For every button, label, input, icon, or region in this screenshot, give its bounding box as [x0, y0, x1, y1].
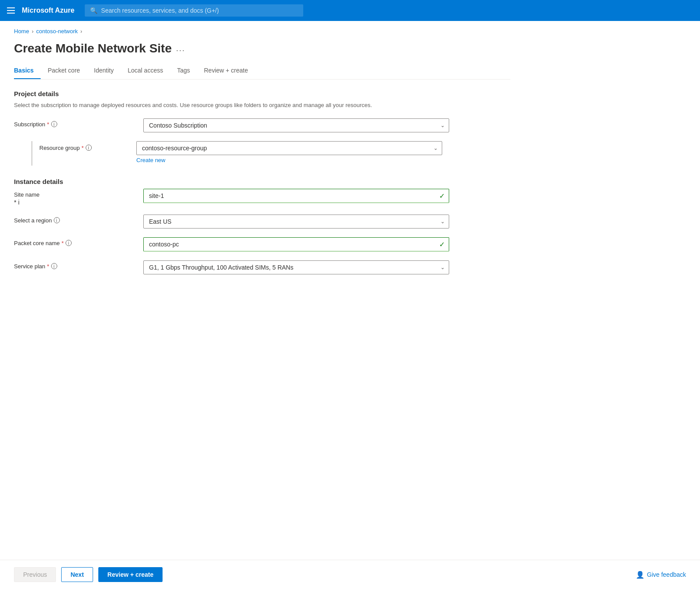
breadcrumb-network[interactable]: contoso-network	[36, 28, 78, 35]
main-content: Home › contoso-network › Create Mobile N…	[0, 21, 524, 329]
site-name-check-icon: ✓	[439, 192, 445, 200]
site-name-input-wrapper: ✓	[143, 189, 449, 203]
region-label-col: Select a region i	[14, 215, 136, 224]
tab-identity[interactable]: Identity	[87, 62, 121, 79]
search-bar[interactable]: 🔍	[85, 4, 303, 17]
instance-details-section: Instance details Site name * i ✓	[14, 178, 510, 274]
tab-tags[interactable]: Tags	[170, 62, 197, 79]
tabs-bar: Basics Packet core Identity Local access…	[14, 62, 510, 80]
breadcrumb-separator-2: ›	[80, 28, 82, 35]
service-plan-control-col: G1, 1 Gbps Throughput, 100 Activated SIM…	[143, 260, 449, 274]
site-name-input[interactable]	[143, 189, 449, 203]
subscription-select[interactable]: Contoso Subscription	[143, 118, 449, 132]
packet-core-name-label: Packet core name * i	[14, 240, 136, 246]
site-name-label: Site name	[14, 191, 136, 198]
service-plan-label: Service plan * i	[14, 263, 136, 270]
resource-group-select[interactable]: contoso-resource-group	[136, 141, 442, 155]
region-dropdown-wrapper: East US ⌄	[143, 215, 449, 229]
packet-core-name-control-col: ✓	[143, 237, 449, 252]
resource-group-info-icon[interactable]: i	[86, 145, 92, 151]
service-plan-row: Service plan * i G1, 1 Gbps Throughput, …	[14, 260, 510, 274]
resource-group-required: *	[82, 145, 84, 151]
site-name-row: Site name * i ✓	[14, 189, 510, 206]
service-plan-label-col: Service plan * i	[14, 260, 136, 270]
project-details-desc: Select the subscription to manage deploy…	[14, 101, 510, 110]
packet-core-name-input-wrapper: ✓	[143, 237, 449, 252]
subscription-row: Subscription * i Contoso Subscription ⌄	[14, 118, 510, 132]
tab-review-create[interactable]: Review + create	[197, 62, 255, 79]
region-info-icon[interactable]: i	[54, 217, 60, 223]
project-details-section: Project details Select the subscription …	[14, 90, 510, 166]
service-plan-info-icon[interactable]: i	[51, 263, 57, 269]
packet-core-info-icon[interactable]: i	[66, 240, 72, 246]
tab-basics[interactable]: Basics	[14, 62, 41, 79]
menu-icon[interactable]	[7, 7, 15, 14]
search-input[interactable]	[101, 7, 298, 14]
tab-local-access[interactable]: Local access	[121, 62, 170, 79]
subscription-label: Subscription * i	[14, 121, 136, 128]
region-control-col: East US ⌄	[143, 215, 449, 229]
subscription-dropdown-wrapper: Contoso Subscription ⌄	[143, 118, 449, 132]
search-icon: 🔍	[90, 7, 97, 14]
breadcrumb: Home › contoso-network ›	[14, 28, 510, 35]
site-name-info-icon[interactable]: i	[18, 199, 19, 206]
resource-group-label-area: Resource group * i	[14, 141, 136, 166]
page-title-ellipsis[interactable]: ...	[176, 44, 185, 53]
topbar: Microsoft Azure 🔍	[0, 0, 700, 21]
service-plan-dropdown-wrapper: G1, 1 Gbps Throughput, 100 Activated SIM…	[143, 260, 449, 274]
packet-core-name-label-col: Packet core name * i	[14, 237, 136, 246]
resource-group-control-col: contoso-resource-group ⌄ Create new	[136, 141, 442, 163]
site-name-required-row: * i	[14, 199, 136, 206]
subscription-required: *	[47, 121, 49, 128]
packet-core-name-row: Packet core name * i ✓	[14, 237, 510, 252]
resource-group-label: Resource group * i	[32, 141, 92, 151]
packet-core-check-icon: ✓	[439, 240, 445, 249]
service-plan-required: *	[47, 263, 49, 270]
region-row: Select a region i East US ⌄	[14, 215, 510, 229]
subscription-label-col: Subscription * i	[14, 118, 136, 128]
create-new-link[interactable]: Create new	[136, 157, 165, 163]
brand-name: Microsoft Azure	[22, 7, 74, 14]
packet-core-name-input[interactable]	[143, 237, 449, 252]
site-name-required: *	[14, 199, 16, 206]
breadcrumb-home[interactable]: Home	[14, 28, 29, 35]
tab-packet-core[interactable]: Packet core	[41, 62, 87, 79]
service-plan-select[interactable]: G1, 1 Gbps Throughput, 100 Activated SIM…	[143, 260, 449, 274]
subscription-control-col: Contoso Subscription ⌄	[143, 118, 449, 132]
page-title: Create Mobile Network Site	[14, 42, 172, 55]
site-name-label-col: Site name * i	[14, 189, 136, 206]
resource-group-row: Resource group * i contoso-resource-grou…	[14, 141, 510, 166]
page-title-row: Create Mobile Network Site ...	[14, 42, 510, 55]
region-select[interactable]: East US	[143, 215, 449, 229]
site-name-control-col: ✓	[143, 189, 449, 203]
packet-core-required: *	[62, 240, 64, 246]
subscription-info-icon[interactable]: i	[51, 121, 57, 127]
project-details-title: Project details	[14, 90, 510, 97]
region-label: Select a region i	[14, 217, 136, 224]
instance-details-title: Instance details	[14, 178, 510, 185]
breadcrumb-separator-1: ›	[32, 28, 34, 35]
resource-group-dropdown-wrapper: contoso-resource-group ⌄	[136, 141, 442, 155]
